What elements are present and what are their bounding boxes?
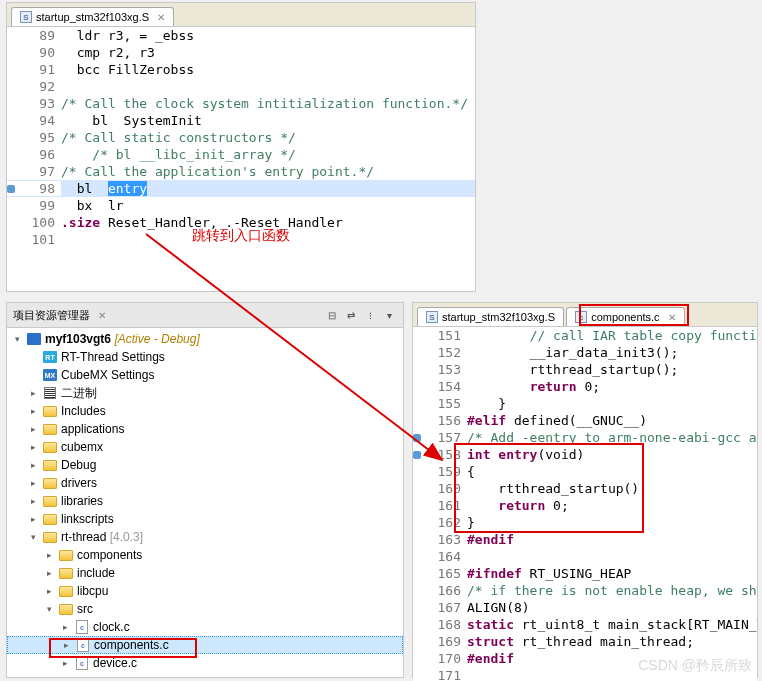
tab-label: components.c [591, 311, 659, 323]
code-line[interactable]: 157/* Add -eentry to arm-none-eabi-gcc a… [413, 429, 757, 446]
close-icon[interactable]: ✕ [157, 12, 165, 23]
code-line[interactable]: 161 return 0; [413, 497, 757, 514]
tab-label: startup_stm32f103xg.S [36, 11, 149, 23]
code-line[interactable]: 94 bl SystemInit [7, 112, 475, 129]
tree-item[interactable]: ▸linkscripts [7, 510, 403, 528]
tree-item[interactable]: ▸applications [7, 420, 403, 438]
tree-item[interactable]: MXCubeMX Settings [7, 366, 403, 384]
code-line[interactable]: 92 [7, 78, 475, 95]
code-line[interactable]: 160 rtthread_startup(); [413, 480, 757, 497]
code-line[interactable]: 99 bx lr [7, 197, 475, 214]
top-tab-bar: S startup_stm32f103xg.S ✕ [7, 3, 475, 27]
project-tree[interactable]: ▾myf103vgt6 [Active - Debug]RTRT-Thread … [7, 328, 403, 674]
explorer-toolbar: ⊟ ⇄ ⫶ ▾ [324, 307, 397, 323]
code-line[interactable]: 164 [413, 548, 757, 565]
asm-file-icon: S [426, 311, 438, 323]
code-line[interactable]: 95/* Call static constructors */ [7, 129, 475, 146]
right-tab-bar: S startup_stm32f103xg.S c components.c ✕ [413, 303, 757, 327]
close-icon[interactable]: ✕ [98, 310, 106, 321]
code-line[interactable]: 93/* Call the clock system intitializati… [7, 95, 475, 112]
code-line[interactable]: 153 rtthread_startup(); [413, 361, 757, 378]
explorer-header: 项目资源管理器 ✕ ⊟ ⇄ ⫶ ▾ [7, 303, 403, 328]
tree-item[interactable]: ▾src [7, 600, 403, 618]
close-icon[interactable]: ✕ [668, 312, 676, 323]
tree-item[interactable]: ▸ccomponents.c [7, 636, 403, 654]
tab-label: startup_stm32f103xg.S [442, 311, 555, 323]
tree-item[interactable]: ▸drivers [7, 474, 403, 492]
annotation-text: 跳转到入口函数 [192, 227, 290, 245]
tab-startup-asm-2[interactable]: S startup_stm32f103xg.S [417, 307, 564, 326]
tab-components-c[interactable]: c components.c ✕ [566, 307, 684, 326]
code-line[interactable]: 158int entry(void) [413, 446, 757, 463]
explorer-title: 项目资源管理器 [13, 308, 90, 323]
code-line[interactable]: 168static rt_uint8_t main_stack[RT_MAIN_… [413, 616, 757, 633]
code-line[interactable]: 151 // call IAR table copy function. [413, 327, 757, 344]
view-menu-icon[interactable]: ▾ [381, 307, 397, 323]
code-line[interactable]: 167ALIGN(8) [413, 599, 757, 616]
tree-item[interactable]: ▸libcpu [7, 582, 403, 600]
tree-item[interactable]: ▸cubemx [7, 438, 403, 456]
asm-file-icon: S [20, 11, 32, 23]
code-line[interactable]: 90 cmp r2, r3 [7, 44, 475, 61]
tree-item[interactable]: ▸components [7, 546, 403, 564]
code-line[interactable]: 96 /* bl __libc_init_array */ [7, 146, 475, 163]
code-line[interactable]: 159{ [413, 463, 757, 480]
code-line[interactable]: 154 return 0; [413, 378, 757, 395]
tree-item[interactable]: ▸cclock.c [7, 618, 403, 636]
code-line[interactable]: 155 } [413, 395, 757, 412]
tab-startup-asm[interactable]: S startup_stm32f103xg.S ✕ [11, 7, 174, 26]
code-line[interactable]: 170#endif [413, 650, 757, 667]
tree-item[interactable]: ▸libraries [7, 492, 403, 510]
code-line[interactable]: 169struct rt_thread main_thread; [413, 633, 757, 650]
link-editor-icon[interactable]: ⇄ [343, 307, 359, 323]
code-line[interactable]: 152 __iar_data_init3(); [413, 344, 757, 361]
c-file-icon: c [575, 311, 587, 323]
tree-item[interactable]: ▾myf103vgt6 [Active - Debug] [7, 330, 403, 348]
tree-item[interactable]: ▸二进制 [7, 384, 403, 402]
code-line[interactable]: 162} [413, 514, 757, 531]
filter-icon[interactable]: ⫶ [362, 307, 378, 323]
tree-item[interactable]: ▸Debug [7, 456, 403, 474]
code-line[interactable]: 156#elif defined(__GNUC__) [413, 412, 757, 429]
tree-item[interactable]: ▾rt-thread [4.0.3] [7, 528, 403, 546]
code-line[interactable]: 91 bcc FillZerobss [7, 61, 475, 78]
code-line[interactable]: 171 [413, 667, 757, 681]
code-line[interactable]: 97/* Call the application's entry point.… [7, 163, 475, 180]
tree-item[interactable]: ▸Includes [7, 402, 403, 420]
tree-item[interactable]: RTRT-Thread Settings [7, 348, 403, 366]
right-code-area[interactable]: 151 // call IAR table copy function.152 … [413, 327, 757, 681]
collapse-all-icon[interactable]: ⊟ [324, 307, 340, 323]
code-line[interactable]: 98 bl entry [7, 180, 475, 197]
top-code-area[interactable]: 89 ldr r3, = _ebss90 cmp r2, r391 bcc Fi… [7, 27, 475, 248]
code-line[interactable]: 166/* if there is not enable heap, we sh… [413, 582, 757, 599]
tree-item[interactable]: ▸cdevice.c [7, 654, 403, 672]
tree-item[interactable]: ▸include [7, 564, 403, 582]
code-line[interactable]: 89 ldr r3, = _ebss [7, 27, 475, 44]
code-line[interactable]: 165#ifndef RT_USING_HEAP [413, 565, 757, 582]
code-line[interactable]: 163#endif [413, 531, 757, 548]
